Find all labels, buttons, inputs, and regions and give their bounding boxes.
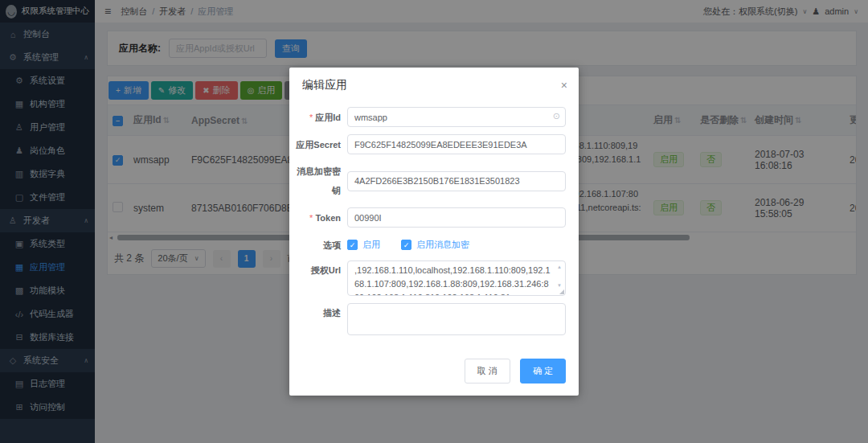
encrypt-checkbox[interactable]: ✓ xyxy=(401,240,411,250)
dialog-header: 编辑应用 × xyxy=(289,68,579,100)
auth-url-label: 授权Url xyxy=(296,260,347,280)
enable-checkbox-label[interactable]: 启用 xyxy=(362,239,380,251)
cancel-button[interactable]: 取 消 xyxy=(465,359,510,384)
token-input[interactable] xyxy=(347,207,566,228)
auth-url-textarea[interactable]: ,192.168.1.110,localhost,192.168.1.110:8… xyxy=(347,260,566,296)
description-label: 描述 xyxy=(296,303,347,322)
encrypt-checkbox-label[interactable]: 启用消息加密 xyxy=(416,239,469,251)
msg-key-input[interactable] xyxy=(347,171,566,191)
description-textarea[interactable] xyxy=(347,303,566,335)
clear-input-icon[interactable]: ⊙ xyxy=(553,111,560,121)
edit-app-dialog: 编辑应用 × 应用Id ⊙ 应用Secret 消息加密密钥 Token 选项 ✓ xyxy=(289,68,579,396)
options-label: 选项 xyxy=(296,240,347,251)
app-id-label: 应用Id xyxy=(296,108,347,127)
scroll-down-icon[interactable]: ▼ xyxy=(557,282,562,289)
dialog-body: 应用Id ⊙ 应用Secret 消息加密密钥 Token 选项 ✓ 启用 ✓ xyxy=(289,100,579,335)
enable-checkbox[interactable]: ✓ xyxy=(347,240,358,250)
confirm-button[interactable]: 确 定 xyxy=(520,359,566,384)
token-label: Token xyxy=(296,208,347,228)
app-id-input[interactable] xyxy=(347,107,566,127)
resize-handle[interactable] xyxy=(559,289,564,294)
scroll-up-icon[interactable]: ▲ xyxy=(557,264,562,271)
dialog-title: 编辑应用 xyxy=(302,78,347,92)
app-secret-label: 应用Secret xyxy=(296,135,347,154)
options-group: ✓ 启用 ✓ 启用消息加密 xyxy=(347,239,566,251)
close-icon[interactable]: × xyxy=(561,80,567,91)
app-secret-input[interactable] xyxy=(347,134,566,154)
dialog-footer: 取 消 确 定 xyxy=(289,343,579,396)
msg-key-label: 消息加密密钥 xyxy=(296,162,347,200)
